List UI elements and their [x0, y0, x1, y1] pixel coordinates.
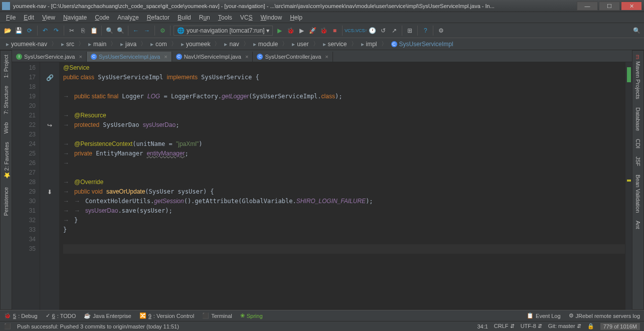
- debug-icon[interactable]: 🐞: [286, 26, 295, 35]
- crumb-folder[interactable]: ▸com: [147, 40, 170, 49]
- run-config-select[interactable]: 🌐your-navigation [tomcat7:run]▾: [174, 26, 273, 36]
- coverage-icon[interactable]: ▶: [297, 26, 306, 35]
- code-content[interactable]: @Service public class SysUserServiceImpl…: [59, 62, 625, 310]
- vcs-update-icon[interactable]: VCS↓: [346, 26, 355, 35]
- jrebel-debug-icon[interactable]: 🐞: [319, 26, 328, 35]
- change-marker[interactable]: [627, 67, 631, 82]
- crumb-folder[interactable]: ▸nav: [221, 40, 242, 49]
- maximize-button[interactable]: ☐: [599, 2, 620, 11]
- override-gutter-icon[interactable]: ⬇: [40, 187, 59, 197]
- stop-icon[interactable]: ■: [330, 26, 339, 35]
- rail-web[interactable]: Web: [3, 120, 9, 135]
- menu-refactor[interactable]: Refactor: [144, 13, 173, 22]
- btool-jrebel[interactable]: ⚙ JRebel remote servers log: [569, 312, 640, 319]
- tab-sysuserservice[interactable]: ISysUserService.java×: [12, 52, 87, 62]
- structure-icon[interactable]: ⊞: [405, 26, 414, 35]
- open-icon[interactable]: 📂: [3, 26, 12, 35]
- rail-project[interactable]: 1: Project: [3, 53, 9, 80]
- crumb-folder[interactable]: ▸java: [117, 40, 139, 49]
- rail-cdi[interactable]: CDI: [635, 137, 641, 150]
- close-tab-icon[interactable]: ×: [79, 54, 82, 60]
- crumb-folder[interactable]: ▸youmeek: [178, 40, 214, 49]
- rail-ant[interactable]: Ant: [635, 219, 641, 231]
- undo-icon[interactable]: ↶: [41, 26, 50, 35]
- rail-structure[interactable]: 7: Structure: [3, 84, 9, 116]
- crumb-folder[interactable]: ▸src: [58, 40, 77, 49]
- redo-icon[interactable]: ↷: [52, 26, 61, 35]
- tab-sysuserserviceimpl[interactable]: CSysUserServiceImpl.java×: [87, 52, 172, 62]
- tab-sysusercontroller[interactable]: CSysUserController.java×: [253, 52, 333, 62]
- line-separator[interactable]: CRLF ⇵: [494, 323, 515, 329]
- run-icon[interactable]: ▶: [275, 26, 284, 35]
- menu-build[interactable]: Build: [175, 13, 194, 22]
- close-tab-icon[interactable]: ×: [245, 54, 248, 60]
- menu-view[interactable]: View: [39, 13, 58, 22]
- rail-jsf[interactable]: JSF: [635, 154, 641, 169]
- vcs-commit-icon[interactable]: VCS↑: [357, 26, 366, 35]
- back-icon[interactable]: ←: [131, 26, 140, 35]
- crumb-folder[interactable]: ▸module: [250, 40, 281, 49]
- btool-debug[interactable]: 🐞 5: Debug: [4, 312, 38, 319]
- jrebel-run-icon[interactable]: 🚀: [308, 26, 317, 35]
- menu-tools[interactable]: Tools: [215, 13, 235, 22]
- forward-icon[interactable]: →: [142, 26, 151, 35]
- error-stripe[interactable]: [625, 62, 632, 310]
- tab-navurlserviceimpl[interactable]: CNavUrlServiceImpl.java×: [172, 52, 253, 62]
- menu-run[interactable]: Run: [196, 13, 213, 22]
- menu-file[interactable]: File: [3, 13, 19, 22]
- close-tab-icon[interactable]: ×: [325, 54, 328, 60]
- lock-icon[interactable]: 🔒: [587, 323, 594, 329]
- menu-edit[interactable]: Edit: [21, 13, 37, 22]
- replace-icon[interactable]: 🔍: [116, 26, 125, 35]
- save-icon[interactable]: 💾: [14, 26, 23, 35]
- rail-persistence[interactable]: Persistence: [3, 185, 9, 218]
- crumb-folder[interactable]: ▸impl: [358, 40, 380, 49]
- crumb-folder[interactable]: ▸user: [289, 40, 311, 49]
- vcs-history-icon[interactable]: 🕐: [368, 26, 377, 35]
- memory-indicator[interactable]: 779 of 1016M: [600, 323, 640, 330]
- help-icon[interactable]: ?: [421, 26, 430, 35]
- btool-spring[interactable]: ❀ Spring: [240, 312, 263, 319]
- search-everywhere-icon[interactable]: 🔍: [632, 26, 641, 35]
- close-button[interactable]: ✕: [621, 2, 642, 11]
- rail-beanvalidation[interactable]: Bean Validation: [635, 173, 641, 215]
- btool-versioncontrol[interactable]: 🔀 9: Version Control: [139, 312, 194, 319]
- btool-javaee[interactable]: ☕ Java Enterprise: [84, 312, 131, 319]
- crumb-class[interactable]: CSysUserServiceImpl: [388, 40, 456, 49]
- find-icon[interactable]: 🔍: [105, 26, 114, 35]
- cut-icon[interactable]: ✂: [67, 26, 76, 35]
- sync-icon[interactable]: ⟳: [25, 26, 34, 35]
- crumb-folder[interactable]: ▸main: [85, 40, 109, 49]
- btool-terminal[interactable]: ⬛ Terminal: [202, 312, 232, 319]
- jrebel-icon[interactable]: ⚙: [436, 26, 445, 35]
- close-tab-icon[interactable]: ×: [164, 54, 167, 60]
- menu-navigate[interactable]: Navigate: [60, 13, 90, 22]
- menu-vcs[interactable]: VCS: [237, 13, 256, 22]
- warning-marker[interactable]: [627, 180, 631, 182]
- vcs-revert-icon[interactable]: ↺: [379, 26, 388, 35]
- status-icon[interactable]: ⬛: [4, 323, 11, 329]
- editor-tabs: ISysUserService.java× CSysUserServiceImp…: [12, 50, 632, 62]
- menu-window[interactable]: Window: [257, 13, 285, 22]
- implements-gutter-icon[interactable]: 🔗: [40, 73, 59, 82]
- code-editor[interactable]: 1617181920212223242526272829303132333435…: [12, 62, 632, 310]
- impl-gutter-icon[interactable]: ↪: [40, 120, 59, 130]
- rail-maven[interactable]: mMaven Projects: [635, 53, 641, 101]
- vcs-push-icon[interactable]: ↗: [390, 26, 399, 35]
- compile-icon[interactable]: ⚙: [158, 26, 167, 35]
- rail-favorites[interactable]: ⭐2: Favorites: [3, 140, 10, 181]
- btool-todo[interactable]: ✓ 6: TODO: [46, 312, 76, 319]
- rail-database[interactable]: Database: [635, 105, 641, 133]
- copy-icon[interactable]: ⎘: [78, 26, 87, 35]
- git-branch[interactable]: Git: master ⇵: [548, 323, 581, 329]
- menu-analyze[interactable]: Analyze: [114, 13, 142, 22]
- paste-icon[interactable]: 📋: [89, 26, 98, 35]
- file-encoding[interactable]: UTF-8 ⇵: [521, 323, 542, 329]
- crumb-folder[interactable]: ▸service: [320, 40, 350, 49]
- minimize-button[interactable]: —: [577, 2, 598, 11]
- crumb-project[interactable]: ▸youmeek-nav: [3, 40, 50, 49]
- status-message: Push successful: Pushed 3 commits to ori…: [17, 323, 471, 329]
- menu-code[interactable]: Code: [92, 13, 112, 22]
- menu-help[interactable]: Help: [287, 13, 305, 22]
- btool-eventlog[interactable]: 📋 Event Log: [527, 312, 561, 319]
